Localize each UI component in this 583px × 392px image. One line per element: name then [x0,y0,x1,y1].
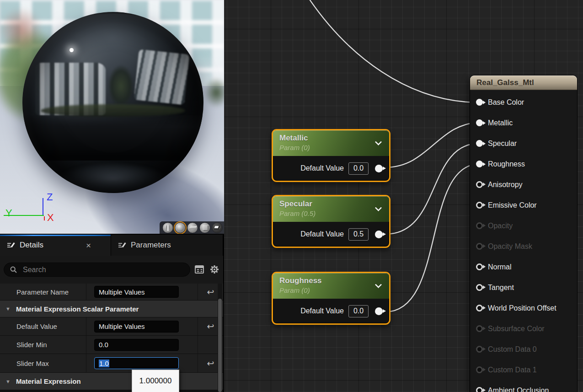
output-pin-row: Custom Data 1 [470,360,577,380]
node-metallic-header[interactable]: Metallic Param (0) [273,130,389,156]
cylinder-icon [166,225,170,231]
node-specular-header[interactable]: Specular Param (0.5) [273,196,389,222]
input-pin-icon[interactable] [476,366,483,373]
material-graph-canvas[interactable]: Metallic Param (0) Default Value 0.0 Spe… [224,0,583,392]
collapse-triangle-icon[interactable]: ▼ [5,379,11,384]
default-value-label: Default Value [0,322,86,330]
input-pin-icon[interactable] [476,222,483,229]
node-roughness-header[interactable]: Roughness Param (0) [273,273,389,299]
node-metallic[interactable]: Metallic Param (0) Default Value 0.0 [272,129,390,182]
display-filter-table-icon[interactable] [194,264,205,275]
output-pin-row: Specular [470,133,577,154]
parameter-name-input[interactable]: Multiple Values [94,286,179,298]
cube-icon [203,225,208,230]
input-pin-label: Opacity Mask [488,242,532,251]
section-scalar-parameter[interactable]: ▼ Material Expression Scalar Parameter [0,301,223,317]
output-pin-row: Opacity [470,215,577,236]
input-pin-icon[interactable] [476,263,483,270]
input-pin-label: Custom Data 0 [488,345,537,354]
node-specular[interactable]: Specular Param (0.5) Default Value 0.5 [272,195,390,248]
collapse-triangle-icon[interactable]: ▼ [5,306,11,311]
row-default-value: Default Value Multiple Values ↩ [0,317,223,336]
output-pin-row: Ambient Occlusion [470,380,577,392]
default-value-box[interactable]: 0.0 [348,305,369,317]
default-value-input[interactable]: Multiple Values [94,321,179,333]
node-roughness[interactable]: Roughness Param (0) Default Value 0.0 [272,272,390,325]
node-material-output[interactable]: Real_Galss_Mtl Base Color Metallic Specu… [470,75,577,392]
default-value-label: Default Value [300,307,344,315]
default-value-label: Default Value [300,164,344,172]
output-pin-row: Base Color [470,92,577,113]
input-pin-icon[interactable] [476,161,483,167]
input-pin-icon[interactable] [476,305,483,311]
value-tooltip: 1.000000 [132,370,179,392]
node-subtitle: Param (0) [279,144,384,151]
reset-parameter-name-button[interactable]: ↩ [207,287,214,297]
input-pin-label: Tangent [488,284,514,292]
search-input[interactable] [22,265,184,274]
material-editor-window: Z Y X Details × [0,0,583,392]
material-preview-viewport[interactable]: Z Y X [0,0,224,235]
wire-roughness [385,164,480,312]
input-pin-icon[interactable] [476,181,483,188]
input-pin-icon[interactable] [476,140,483,147]
sphere-icon [177,224,184,231]
settings-gear-icon[interactable] [209,264,220,275]
input-pin-icon[interactable] [476,202,483,209]
preview-shape-toolbar [160,221,224,234]
preview-shape-mesh-button[interactable] [212,222,223,233]
preview-shape-cylinder-button[interactable] [162,222,173,233]
reset-slider-max-button[interactable]: ↩ [207,358,214,369]
section-material-expression-label: Material Expression [16,377,81,385]
node-roughness-body: Default Value 0.0 [273,299,389,323]
output-pin[interactable] [375,307,383,315]
tab-details-label: Details [20,241,43,250]
output-pin-row: Metallic [470,113,577,133]
slider-max-selected-text: 1.0 [99,360,109,367]
output-pin[interactable] [375,231,383,238]
row-slider-max: Slider Max 1.0 ↩ [0,354,223,373]
custom-mesh-icon [214,226,221,230]
slider-min-input[interactable]: 0.0 [94,339,179,351]
node-title: Metallic [279,134,384,143]
slider-max-label: Slider Max [0,360,86,367]
input-pin-label: World Position Offset [488,304,556,312]
slider-max-input[interactable]: 1.0 [94,357,179,369]
details-pencil-icon [6,241,16,250]
node-title: Specular [279,199,384,209]
preview-shape-cube-button[interactable] [199,222,210,233]
search-box[interactable] [4,263,190,277]
input-pin-label: Specular [488,140,517,148]
material-output-pins: Base Color Metallic Specular Roughness A… [470,90,577,392]
output-pin-row: Normal [470,257,577,277]
row-parameter-name: Parameter Name Multiple Values ↩ [0,284,223,301]
section-material-expression[interactable]: ▼ Material Expression [0,373,223,390]
axis-x-tick [44,216,45,220]
reset-default-value-button[interactable]: ↩ [207,321,214,332]
default-value-box[interactable]: 0.0 [348,162,369,175]
input-pin-icon[interactable] [476,119,483,126]
details-scrollbar-thumb[interactable] [218,299,222,392]
sphere-rim-shading [22,12,203,193]
tab-parameters[interactable]: Parameters [111,235,223,256]
input-pin-icon[interactable] [476,243,483,250]
input-pin-icon[interactable] [476,346,483,353]
output-pin[interactable] [375,165,383,172]
output-pin-row: Emissive Color [470,195,577,215]
input-pin-icon[interactable] [476,99,483,106]
section-scalar-parameter-label: Material Expression Scalar Parameter [16,305,139,313]
output-pin-row: Tangent [470,277,577,298]
default-value-box[interactable]: 0.5 [348,228,369,241]
input-pin-icon[interactable] [476,325,483,332]
material-output-header[interactable]: Real_Galss_Mtl [470,75,577,90]
input-pin-label: Opacity [488,222,513,230]
tab-close-icon[interactable]: × [86,241,91,250]
input-pin-icon[interactable] [476,284,483,291]
details-search-row [0,256,223,284]
preview-shape-plane-button[interactable] [187,222,198,233]
preview-shape-sphere-button[interactable] [175,222,186,233]
node-subtitle: Param (0) [279,286,384,294]
tab-details[interactable]: Details × [0,235,111,256]
wire-specular [385,143,480,234]
input-pin-icon[interactable] [476,387,483,392]
